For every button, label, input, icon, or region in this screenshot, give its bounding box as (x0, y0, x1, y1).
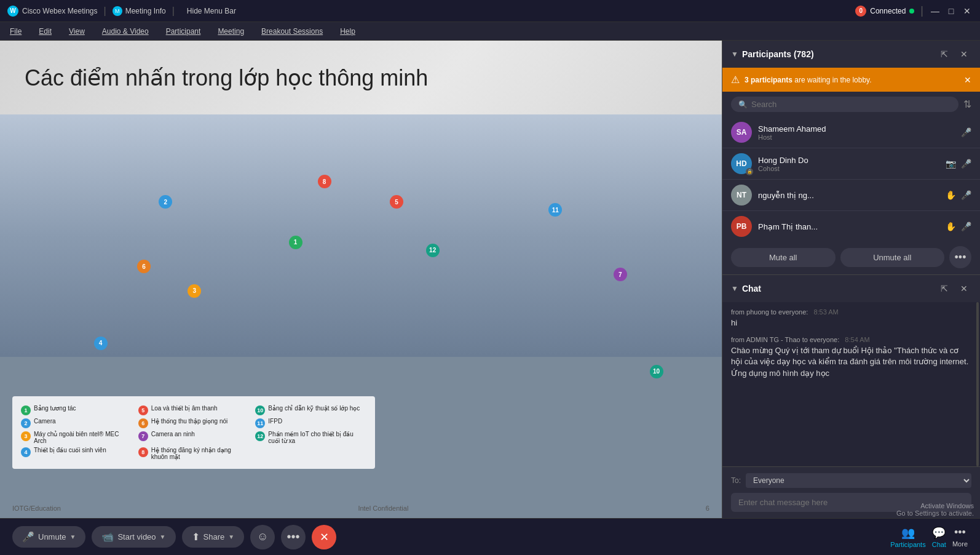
legend-item-7: 7 Camera an ninh (138, 431, 250, 444)
menu-participant[interactable]: Participant (164, 25, 204, 38)
maximize-button[interactable]: □ (946, 6, 957, 17)
callout-12: 12 (426, 244, 440, 257)
participant-video-2[interactable]: 📷 (946, 159, 956, 169)
participants-more-button[interactable]: ••• (949, 246, 971, 268)
participants-close-icon[interactable]: ✕ (957, 47, 971, 62)
divider-3: | (920, 4, 923, 17)
participant-mic-4[interactable]: 🎤 (961, 222, 971, 231)
more-nav-icon: ••• (954, 526, 966, 539)
more-icon: ••• (287, 530, 300, 544)
meeting-icon: M (113, 6, 122, 16)
titlebar: W Cisco Webex Meetings | M Meeting Info … (0, 0, 980, 22)
divider-2: | (172, 6, 175, 17)
meeting-info-button[interactable]: M Meeting Info (113, 6, 166, 16)
legend-item-12: 12 Phần mềm IoT cho thiết bị đầu cuối từ… (255, 431, 366, 444)
chat-time-1: 8:53 AM (813, 308, 838, 316)
chat-to-row: To: Everyone (731, 473, 971, 488)
chat-msg-meta-1: from phuong to everyone: 8:53 AM (731, 308, 971, 316)
unmute-icon: 🎤 (22, 531, 34, 543)
legend-item-2: 2 Camera (21, 418, 132, 428)
toolbar-right-buttons: 👥 Participants 💬 Chat ••• More (890, 526, 968, 548)
menubar: File Edit View Audio & Video Participant… (0, 22, 980, 41)
participant-mic-2[interactable]: 🎤 (961, 159, 971, 169)
chat-nav-button[interactable]: 💬 Chat (932, 526, 946, 548)
chat-section: ▼ Chat ⇱ ✕ from phuong to everyone: 8:53… (722, 275, 980, 518)
participant-raise-hand-4[interactable]: ✋ (946, 222, 956, 231)
legend-grid: 1 Bảng tương tác 5 Loa và thiết bị âm th… (21, 405, 366, 460)
participant-row-2: HD 🔒 Hong Dinh Do Cohost 📷 🎤 (722, 148, 980, 180)
mute-all-button[interactable]: Mute all (731, 248, 836, 267)
legend-overlay: 1 Bảng tương tác 5 Loa và thiết bị âm th… (12, 396, 375, 469)
more-nav-label: More (952, 540, 968, 548)
search-input[interactable] (751, 100, 951, 109)
chat-from-1: from phuong to everyone: (731, 308, 808, 316)
unmute-all-button[interactable]: Unmute all (840, 248, 945, 267)
end-button[interactable]: ✕ (312, 525, 336, 549)
legend-item-4: 4 Thiết bị đầu cuối sinh viên (21, 447, 132, 460)
share-caret: ▼ (228, 533, 234, 540)
menu-file[interactable]: File (7, 25, 24, 38)
menu-audio-video[interactable]: Audio & Video (100, 25, 151, 38)
start-video-icon: 📹 (101, 531, 114, 543)
chat-header-icons: ⇱ ✕ (937, 281, 971, 296)
chat-popout-icon[interactable]: ⇱ (937, 281, 952, 296)
minimize-button[interactable]: — (930, 6, 941, 17)
menu-breakout-sessions[interactable]: Breakout Sessions (259, 25, 325, 38)
close-button[interactable]: ✕ (962, 6, 973, 17)
callout-10: 10 (650, 365, 663, 378)
legend-item-3: 3 Máy chủ ngoài biên ntel® MEC Arch (21, 431, 132, 444)
participant-mic-3[interactable]: 🎤 (961, 190, 971, 200)
slide-footer: IOTG/Education Intel Confidential 6 (12, 505, 709, 512)
connected-dot (909, 9, 914, 14)
participants-header-icons: ⇱ ✕ (937, 47, 971, 62)
participant-avatar-1: SA (731, 122, 752, 143)
participants-popout-icon[interactable]: ⇱ (937, 47, 952, 62)
callout-11: 11 (548, 203, 562, 217)
menu-edit[interactable]: Edit (36, 25, 54, 38)
participants-chevron: ▼ (731, 50, 738, 58)
unmute-button[interactable]: 🎤 Unmute ▼ (12, 526, 85, 548)
menu-meeting[interactable]: Meeting (215, 25, 247, 38)
chat-to-label: To: (731, 476, 741, 485)
participants-nav-button[interactable]: 👥 Participants (890, 526, 925, 548)
start-video-button[interactable]: 📹 Start video ▼ (92, 526, 175, 548)
more-button[interactable]: ••• (281, 525, 306, 549)
slide-footer-left: IOTG/Education (12, 505, 61, 512)
participant-controls-1: 🎤 (961, 127, 971, 137)
callout-4: 4 (94, 337, 108, 350)
lobby-warning-icon: ⚠ (731, 74, 740, 86)
sort-icon[interactable]: ⇅ (963, 98, 971, 110)
participant-raise-hand-3[interactable]: ✋ (946, 190, 956, 200)
menu-view[interactable]: View (66, 25, 87, 38)
chat-header: ▼ Chat ⇱ ✕ (722, 275, 980, 302)
callout-5: 5 (390, 195, 403, 209)
chat-from-2: from ADMIN TG - Thao to everyone: (731, 336, 839, 343)
menu-help[interactable]: Help (338, 25, 358, 38)
lobby-close-button[interactable]: ✕ (964, 75, 971, 85)
participant-role-1: Host (758, 134, 955, 141)
participants-nav-label: Participants (890, 541, 925, 548)
more-nav-button[interactable]: ••• More (952, 526, 968, 548)
hide-menu-bar[interactable]: Hide Menu Bar (187, 7, 236, 15)
chat-close-icon[interactable]: ✕ (957, 281, 971, 296)
chat-scrollbar[interactable] (976, 302, 979, 466)
meeting-info-label: Meeting Info (125, 7, 166, 15)
legend-item-10: 10 Bảng chỉ dẫn kỹ thuật số lớp học (255, 405, 366, 415)
window-controls: — □ ✕ (930, 6, 973, 17)
lobby-warning-text: 3 participants are waiting in the lobby. (745, 76, 872, 84)
connected-label: Connected (870, 7, 906, 15)
app-name: Cisco Webex Meetings (22, 7, 98, 15)
participant-mic-1[interactable]: 🎤 (961, 127, 971, 137)
chat-input[interactable] (738, 498, 964, 507)
share-button[interactable]: ⬆ Share ▼ (182, 526, 245, 548)
callout-3: 3 (188, 284, 201, 298)
chat-msg-meta-2: from ADMIN TG - Thao to everyone: 8:54 A… (731, 336, 971, 343)
participant-controls-3: ✋ 🎤 (946, 190, 971, 200)
participant-avatar-4: PB (731, 216, 752, 237)
slide-footer-center: Intel Confidential (358, 505, 408, 512)
participants-section: ▼ Participants (782) ⇱ ✕ ⚠ 3 participant… (722, 41, 980, 275)
callout-8: 8 (318, 175, 331, 188)
emoji-button[interactable]: ☺ (250, 525, 275, 549)
chat-to-select[interactable]: Everyone (746, 473, 971, 488)
participant-info-4: Phạm Thị than... (758, 222, 939, 231)
